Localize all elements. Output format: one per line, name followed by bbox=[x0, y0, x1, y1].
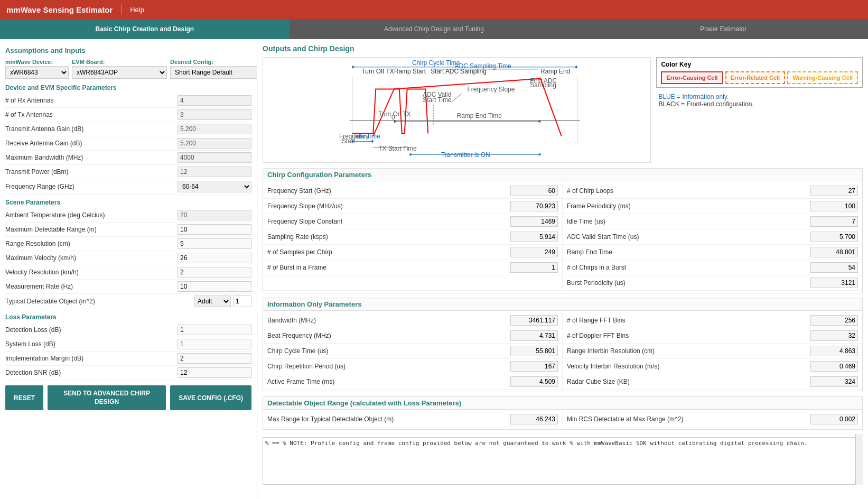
notes-scrollbar[interactable] bbox=[855, 434, 863, 485]
param-name: # of Samples per Chirp bbox=[267, 248, 510, 256]
param-input[interactable] bbox=[178, 224, 251, 235]
param-value-input bbox=[810, 247, 858, 257]
param-input[interactable] bbox=[178, 267, 251, 278]
device-select[interactable]: xWR6843 bbox=[5, 66, 69, 79]
param-input[interactable] bbox=[178, 281, 251, 292]
param-cell-left: Chirp Cycle Time (us) bbox=[263, 344, 563, 359]
param-name: # of Chirp Loops bbox=[567, 187, 810, 195]
loss-params: Detection Loss (dB)System Loss (dB)Imple… bbox=[5, 323, 251, 380]
param-row: System Loss (dB) bbox=[5, 337, 251, 352]
param-cell-left: Beat Frequency (MHz) bbox=[263, 328, 563, 344]
param-row: Maximum Bandwidth (MHz) bbox=[5, 151, 251, 165]
param-input[interactable] bbox=[178, 339, 251, 349]
chirp-notes-legend: BLUE = Information only. BLACK = Front-e… bbox=[656, 91, 863, 110]
param-value-input bbox=[510, 346, 558, 356]
left-panel: Assumptions and Inputs mmWave Device: xW… bbox=[0, 39, 257, 499]
device-section-title: Device and EVM Specific Parameters bbox=[5, 84, 251, 91]
action-buttons: RESET SEND TO ADVANCED CHIRP DESIGN SAVE… bbox=[5, 380, 251, 412]
param-name: Frequency Slope (MHz/us) bbox=[267, 202, 510, 210]
chirp-config-title: Chirp Configuration Parameters bbox=[263, 169, 862, 181]
param-row: Measurement Rate (Hz) bbox=[5, 280, 251, 294]
param-input[interactable] bbox=[178, 353, 251, 364]
param-label: Transmit Antenna Gain (dB) bbox=[5, 125, 178, 133]
typical-value-input[interactable] bbox=[233, 295, 251, 307]
param-value-input bbox=[810, 346, 858, 356]
device-label: mmWave Device: bbox=[5, 59, 69, 65]
param-label: Maximum Detectable Range (m) bbox=[5, 226, 178, 233]
param-value-input bbox=[510, 376, 558, 387]
tab-basic-chirp[interactable]: Basic Chirp Creation and Design bbox=[0, 19, 290, 39]
param-row: Detection Loss (dB) bbox=[5, 323, 251, 337]
param-row: Transmit Antenna Gain (dB) bbox=[5, 122, 251, 136]
svg-text:Ramp End Time: Ramp End Time bbox=[457, 112, 502, 119]
param-label: Transmit Power (dBm) bbox=[5, 168, 178, 175]
param-input[interactable] bbox=[178, 325, 251, 335]
tab-power-estimator[interactable]: Power Estimator bbox=[578, 19, 868, 39]
typical-dropdown[interactable]: AdultChild bbox=[194, 295, 231, 307]
save-config-button[interactable]: SAVE CONFIG (.CFG) bbox=[170, 385, 251, 410]
svg-text:Start Time: Start Time bbox=[423, 96, 452, 104]
param-name: Burst Periodicity (us) bbox=[567, 279, 810, 287]
param-row: Range Resolution (cm) bbox=[5, 237, 251, 251]
param-value-input bbox=[810, 216, 858, 227]
param-input[interactable] bbox=[178, 253, 251, 263]
param-value-input bbox=[510, 262, 558, 273]
tab-advanced-chirp[interactable]: Advanced Chirp Design and Tuning bbox=[290, 19, 579, 39]
param-value-input bbox=[510, 201, 558, 211]
svg-text:Sampling: Sampling bbox=[530, 81, 556, 89]
send-to-advanced-button[interactable]: SEND TO ADVANCED CHIRP DESIGN bbox=[48, 385, 166, 410]
svg-marker-2 bbox=[352, 66, 355, 69]
scene-section-title: Scene Parameters bbox=[5, 199, 251, 206]
param-row: Maximum Detectable Range (m) bbox=[5, 223, 251, 237]
freq-range-select[interactable]: 60-64 bbox=[178, 181, 251, 192]
param-cell-right: # of Range FFT Bins bbox=[563, 313, 862, 328]
config-select[interactable]: Short Range Default bbox=[170, 66, 257, 79]
param-label: Receive Antenna Gain (dB) bbox=[5, 140, 178, 147]
param-row: # of Rx Antennas bbox=[5, 94, 251, 108]
param-cell-right: Min RCS Detectable at Max Range (m^2) bbox=[563, 412, 862, 427]
svg-marker-37 bbox=[538, 153, 540, 156]
param-label: System Loss (dB) bbox=[5, 340, 178, 348]
param-value-input bbox=[810, 278, 858, 288]
param-value-input bbox=[510, 186, 558, 196]
param-cell-left: Sampling Rate (ksps) bbox=[263, 229, 563, 245]
param-value-input bbox=[810, 414, 858, 424]
param-name: # of Range FFT Bins bbox=[567, 317, 810, 324]
app-header: mmWave Sensing Estimator Help bbox=[0, 0, 868, 19]
detect-params-grid: Max Range for Typical Detectable Object … bbox=[263, 410, 862, 429]
param-row: Velocity Resolution (km/h) bbox=[5, 265, 251, 280]
param-cell-right: Range Interbin Resolution (cm) bbox=[563, 344, 862, 359]
param-cell-left: # of Burst in a Frame bbox=[263, 260, 563, 275]
param-name: # of Doppler FFT Bins bbox=[567, 332, 810, 339]
param-cell-right: Velocity Interbin Resolution (m/s) bbox=[563, 359, 862, 374]
notes-area[interactable]: % == % NOTE: Profile config and frame co… bbox=[263, 437, 855, 485]
param-value-input bbox=[810, 315, 858, 326]
param-cell-right: # of Chirp Loops bbox=[563, 183, 862, 199]
param-name: Ramp End Time bbox=[567, 248, 810, 256]
svg-line-17 bbox=[452, 93, 462, 102]
main-content: Assumptions and Inputs mmWave Device: xW… bbox=[0, 39, 868, 499]
param-value-input bbox=[810, 262, 858, 273]
param-name: Chirp Cycle Time (us) bbox=[267, 347, 510, 355]
evm-select[interactable]: xWR6843AOP bbox=[72, 66, 167, 79]
param-name: Range Interbin Resolution (cm) bbox=[567, 347, 810, 355]
help-link[interactable]: Help bbox=[130, 6, 144, 14]
param-value-input bbox=[810, 330, 858, 341]
svg-text:0: 0 bbox=[391, 114, 395, 121]
reset-button[interactable]: RESET bbox=[5, 385, 43, 410]
config-label: Desired Config: bbox=[170, 59, 257, 65]
chirp-params-grid: Frequency Start (GHz)# of Chirp LoopsFre… bbox=[263, 181, 862, 293]
param-label: Detection Loss (dB) bbox=[5, 326, 178, 334]
param-value-input bbox=[810, 232, 858, 242]
param-value-input bbox=[810, 201, 858, 211]
param-cell-right: Burst Periodicity (us) bbox=[563, 275, 862, 291]
param-input[interactable] bbox=[178, 238, 251, 249]
freq-range-row: Frequency Range (GHz) 60-64 bbox=[5, 179, 251, 195]
param-cell-left: Frequency Slope (MHz/us) bbox=[263, 199, 563, 214]
param-cell-left bbox=[263, 275, 563, 291]
evm-label: EVM Board: bbox=[72, 59, 167, 65]
param-input[interactable] bbox=[178, 367, 251, 378]
svg-text:Start: Start bbox=[342, 137, 356, 145]
svg-text:Transmitter is ON: Transmitter is ON bbox=[441, 151, 490, 159]
param-label: # of Rx Antennas bbox=[5, 97, 178, 104]
